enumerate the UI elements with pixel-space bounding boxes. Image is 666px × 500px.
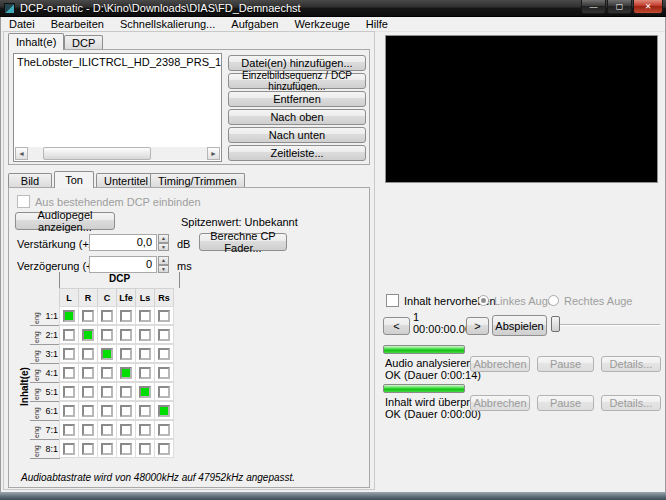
content-list[interactable]: TheLobster_ILICTRCL_HD_2398_PRS_16x9_185… [13,53,222,162]
mapping-row-channel: 4:1 [43,364,60,383]
job-status: OK (Dauer 0:00:14) [385,369,481,381]
mapping-cell-2:1-Lfe[interactable] [116,325,136,344]
mapping-cell-7:1-C[interactable] [97,420,117,439]
mapping-row-channel: 5:1 [43,383,60,402]
tab-bild[interactable]: Bild [8,173,52,188]
mapping-cell-3:1-R[interactable] [78,344,98,363]
mapping-cell-2:1-Rs[interactable] [154,325,174,344]
tab-untertitel[interactable]: Untertitel [96,173,156,188]
mapping-cell-5:1-R[interactable] [78,382,98,401]
scroll-left-icon[interactable]: ◄ [15,147,28,160]
mapping-cell-4:1-Ls[interactable] [135,363,155,382]
mapping-cell-4:1-Lfe[interactable] [116,363,136,382]
mapping-row-8:1: eng8:1 [30,440,174,459]
job-details-button: Details... [601,395,661,411]
content-list-item[interactable]: TheLobster_ILICTRCL_HD_2398_PRS_16x9_185… [14,54,221,70]
mapping-cell-6:1-Rs[interactable] [154,401,174,420]
mapping-cell-1:1-C[interactable] [97,306,117,325]
menu-bearbeiten[interactable]: Bearbeiten [43,17,112,31]
mapping-cell-1:1-Lfe[interactable] [116,306,136,325]
mapping-cell-7:1-Lfe[interactable] [116,420,136,439]
move-up-button[interactable]: Nach oben [228,109,366,125]
mapping-row-channel: 6:1 [43,402,60,421]
mapping-cell-3:1-Ls[interactable] [135,344,155,363]
menu-hilfe[interactable]: Hilfe [358,17,396,31]
tab-ton[interactable]: Ton [54,171,94,188]
mapping-cell-3:1-L[interactable] [59,344,79,363]
seek-slider-thumb[interactable] [551,316,560,332]
mapping-cell-4:1-L[interactable] [59,363,79,382]
mapping-cell-6:1-R[interactable] [78,401,98,420]
delay-spinner[interactable]: ▲▼ [158,256,169,273]
scrollbar-thumb[interactable] [43,147,151,160]
show-audio-button[interactable]: Audiopegel anzeigen... [15,212,115,230]
mapping-cell-7:1-L[interactable] [59,420,79,439]
prev-frame-button[interactable]: < [383,317,410,335]
add-files-button[interactable]: Datei(en) hinzufügen... [228,55,366,71]
mapping-cell-5:1-Lfe[interactable] [116,382,136,401]
gain-spinner[interactable]: ▲▼ [158,234,169,251]
highlight-content-checkbox[interactable] [386,294,399,307]
menu-datei[interactable]: Datei [1,17,43,31]
mapping-cell-7:1-Rs[interactable] [154,420,174,439]
play-button[interactable]: Abspielen [492,315,547,336]
mapping-cell-2:1-L[interactable] [59,325,79,344]
add-image-sequence-dcp-button[interactable]: Einzelbildsequenz / DCP hinzufügen... [228,73,366,89]
menu-schnellskalierung[interactable]: Schnellskalierung... [112,17,223,31]
remove-button[interactable]: Entfernen [228,91,366,107]
job-pause-button: Pause [537,395,594,411]
scroll-right-icon[interactable]: ► [207,147,220,160]
delay-input[interactable]: 0 [89,256,157,273]
menu-aufgaben[interactable]: Aufgaben [223,17,286,31]
mapping-cell-1:1-Rs[interactable] [154,306,174,325]
move-down-button[interactable]: Nach unten [228,127,366,143]
mapping-cell-6:1-Lfe[interactable] [116,401,136,420]
mapping-cell-6:1-L[interactable] [59,401,79,420]
mapping-cell-4:1-C[interactable] [97,363,117,382]
mapping-cell-3:1-Rs[interactable] [154,344,174,363]
mapping-row-lang: eng [30,326,43,345]
tab-inhalte[interactable]: Inhalt(e) [8,33,64,50]
mapping-cell-7:1-R[interactable] [78,420,98,439]
mapping-cell-4:1-R[interactable] [78,363,98,382]
gain-input[interactable]: 0,0 [89,234,157,251]
mapping-cell-4:1-Rs[interactable] [154,363,174,382]
mapping-cell-8:1-Lfe[interactable] [116,439,136,458]
minimize-button[interactable]: — [581,0,606,14]
mapping-cell-8:1-C[interactable] [97,439,117,458]
mapping-cell-3:1-Lfe[interactable] [116,344,136,363]
seek-slider[interactable] [556,324,660,326]
tab-dcp[interactable]: DCP [64,35,103,50]
mapping-cell-6:1-Ls[interactable] [135,401,155,420]
mapping-cell-2:1-Ls[interactable] [135,325,155,344]
mapping-cell-5:1-Ls[interactable] [135,382,155,401]
mapping-cell-3:1-C[interactable] [97,344,117,363]
close-button[interactable]: ✕ [633,0,663,14]
job-progress-bar [383,384,465,393]
content-list-hscrollbar[interactable]: ◄ ► [15,147,220,160]
mapping-cell-8:1-Rs[interactable] [154,439,174,458]
mapping-row-3:1: eng3:1 [30,345,174,364]
mapping-row-7:1: eng7:1 [30,421,174,440]
mapping-cell-5:1-Rs[interactable] [154,382,174,401]
timeline-button[interactable]: Zeitleiste... [228,145,366,161]
calculate-cp-fader-button[interactable]: Berechne CP Fader... [199,233,287,251]
mapping-cell-8:1-L[interactable] [59,439,79,458]
mapping-cell-2:1-R[interactable] [78,325,98,344]
mapping-cell-7:1-Ls[interactable] [135,420,155,439]
mapping-cell-8:1-R[interactable] [78,439,98,458]
restore-button[interactable]: ▢ [607,0,632,14]
mapping-cell-1:1-Ls[interactable] [135,306,155,325]
mapping-cell-1:1-L[interactable] [59,306,79,325]
mapping-cell-5:1-C[interactable] [97,382,117,401]
mapping-cell-2:1-C[interactable] [97,325,117,344]
mapping-cell-5:1-L[interactable] [59,382,79,401]
mapping-row-lang: eng [30,364,43,383]
mapping-cell-8:1-Ls[interactable] [135,439,155,458]
tab-timing[interactable]: Timing/Trimmen [150,173,245,188]
menu-werkzeuge[interactable]: Werkzeuge [286,17,357,31]
mapping-cell-6:1-C[interactable] [97,401,117,420]
title-bar[interactable]: DCP-o-matic - D:\Kino\Downloads\DIAS\FD_… [0,0,666,17]
mapping-cell-1:1-R[interactable] [78,306,98,325]
next-frame-button[interactable]: > [466,317,489,335]
